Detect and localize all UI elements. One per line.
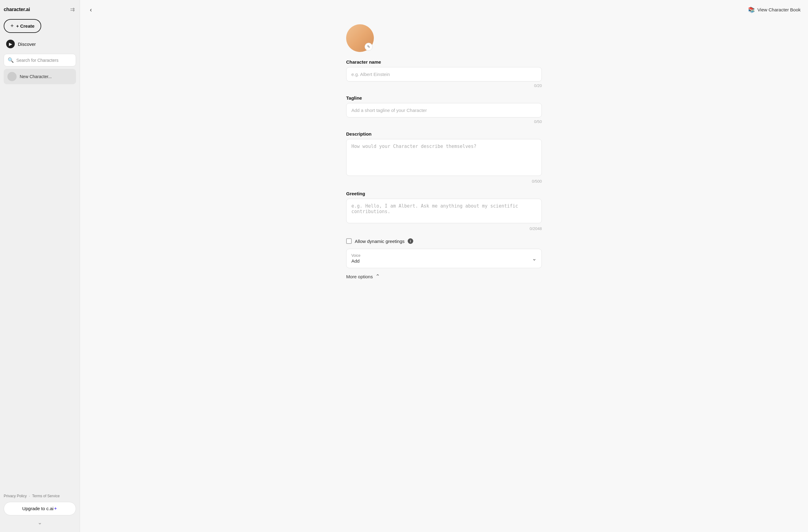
footer-separator: · (29, 494, 30, 498)
terms-of-service-link[interactable]: Terms of Service (32, 494, 60, 498)
info-icon[interactable]: i (408, 238, 413, 244)
top-bar: ‹ 📚 View Character Book (80, 0, 808, 19)
edit-icon: ✎ (367, 44, 370, 49)
tagline-input[interactable] (346, 103, 542, 117)
tagline-section: Tagline 0/50 (346, 95, 542, 124)
new-character-item[interactable]: New Character... (4, 69, 76, 84)
greeting-textarea[interactable] (346, 199, 542, 223)
edit-avatar-button[interactable]: ✎ (365, 43, 373, 51)
upgrade-button[interactable]: Upgrade to c.ai✦ (4, 502, 76, 515)
dynamic-greetings-label: Allow dynamic greetings (355, 239, 405, 244)
tagline-label: Tagline (346, 95, 542, 100)
back-icon: ‹ (90, 6, 92, 13)
sidebar-item-discover[interactable]: ▶ Discover (4, 37, 76, 51)
upgrade-star: ✦ (54, 506, 57, 511)
more-options-label: More options (346, 274, 373, 279)
voice-section-inner: Voice Add (351, 253, 360, 264)
new-character-label: New Character... (20, 74, 52, 79)
description-section: Description 0/500 (346, 131, 542, 184)
footer-links: Privacy Policy · Terms of Service (4, 494, 76, 498)
voice-sublabel: Voice (351, 253, 360, 258)
character-name-count: 0/20 (346, 83, 542, 88)
search-icon: 🔍 (8, 57, 14, 63)
search-bar[interactable]: 🔍 Search for Characters (4, 54, 76, 66)
create-button-label: + Create (16, 23, 35, 28)
collapse-sidebar-button[interactable]: ⇉ (69, 5, 76, 14)
dynamic-greetings-checkbox[interactable] (346, 238, 352, 244)
privacy-policy-link[interactable]: Privacy Policy (4, 494, 27, 498)
main-content: ‹ 📚 View Character Book ✎ Character name… (80, 0, 808, 532)
greeting-section: Greeting 0/2048 (346, 191, 542, 231)
collapse-bottom-button[interactable]: ⌄ (4, 518, 76, 527)
view-character-book-label: View Character Book (757, 7, 801, 12)
create-button[interactable]: + + Create (4, 19, 41, 33)
upgrade-button-label: Upgrade to c.ai✦ (22, 506, 57, 511)
character-name-input[interactable] (346, 67, 542, 81)
chevron-up-icon: ⌃ (375, 273, 380, 280)
chevron-down-icon: ⌄ (532, 255, 537, 262)
sidebar-item-discover-label: Discover (18, 41, 36, 47)
description-label: Description (346, 131, 542, 136)
more-options-row[interactable]: More options ⌃ (346, 273, 542, 280)
character-name-section: Character name 0/20 (346, 59, 542, 88)
description-textarea[interactable] (346, 139, 542, 176)
plus-icon: + (11, 23, 14, 29)
new-character-avatar (7, 72, 17, 81)
description-count: 0/500 (346, 179, 542, 184)
sidebar: character.ai ⇉ + + Create ▶ Discover 🔍 S… (0, 0, 80, 532)
form-container: ✎ Character name 0/20 Tagline 0/50 Descr… (336, 19, 552, 304)
greeting-label: Greeting (346, 191, 542, 196)
avatar-wrapper: ✎ (346, 24, 374, 52)
avatar-section: ✎ (346, 24, 542, 52)
chevron-down-icon: ⌄ (38, 519, 42, 526)
dynamic-greetings-row: Allow dynamic greetings i (346, 238, 542, 244)
sidebar-footer: Privacy Policy · Terms of Service Upgrad… (4, 489, 76, 527)
voice-value: Add (351, 258, 360, 264)
logo: character.ai (4, 7, 30, 12)
view-character-book-button[interactable]: 📚 View Character Book (748, 6, 801, 13)
sidebar-header: character.ai ⇉ (4, 5, 76, 14)
character-name-label: Character name (346, 59, 542, 64)
discover-icon: ▶ (6, 40, 15, 48)
voice-section[interactable]: Voice Add ⌄ (346, 249, 542, 268)
search-placeholder: Search for Characters (16, 58, 58, 63)
back-button[interactable]: ‹ (87, 5, 94, 15)
greeting-count: 0/2048 (346, 226, 542, 231)
book-icon: 📚 (748, 6, 755, 13)
tagline-count: 0/50 (346, 119, 542, 124)
